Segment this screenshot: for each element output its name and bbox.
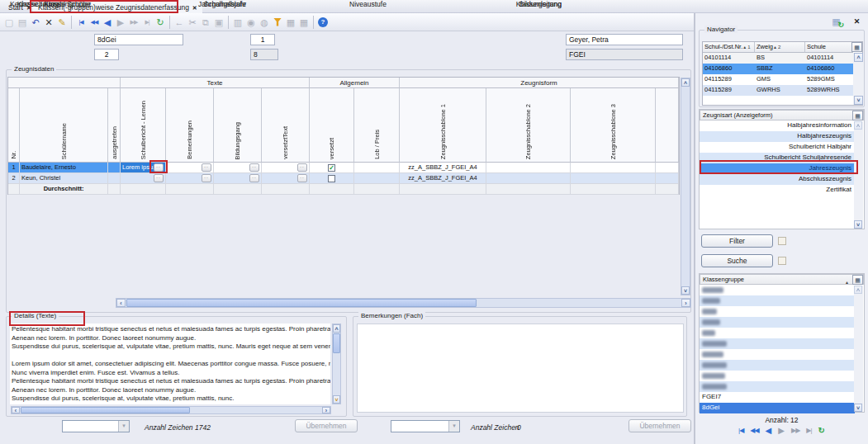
filter-checkbox[interactable] <box>778 237 786 245</box>
grid-column-header[interactable]: Schulbericht - Lernen <box>121 88 166 163</box>
refresh-icon[interactable]: ↻ <box>818 426 825 436</box>
lamp-icon[interactable]: ◍ <box>258 16 271 29</box>
grid-cell[interactable] <box>354 163 400 173</box>
versetzt-checkbox[interactable] <box>328 164 335 172</box>
grid-cell[interactable] <box>310 173 354 184</box>
grid-column-header[interactable]: Bildungsgang <box>214 88 262 163</box>
grid-column-header[interactable]: Zeugnisschablone 1 <box>400 88 486 163</box>
delete-icon[interactable]: ✕ <box>42 16 55 29</box>
scroll-up-icon[interactable] <box>854 286 862 294</box>
scroll-down-icon[interactable] <box>333 395 340 404</box>
paste-icon[interactable]: ▣ <box>212 16 225 29</box>
ellipsis-button[interactable] <box>154 163 164 172</box>
scroll-up-icon[interactable] <box>681 78 690 87</box>
scroll-down-icon[interactable] <box>854 404 862 412</box>
kennzeichnung-select[interactable] <box>62 420 130 432</box>
zeugnisart-item[interactable]: Schulbericht Schuljahresende <box>700 153 855 163</box>
grid-cell[interactable] <box>108 173 121 184</box>
zeugnisart-item[interactable]: Schulbericht Halbjahr <box>700 142 855 153</box>
print-icon[interactable]: ▥ <box>231 16 244 29</box>
navigator-table[interactable]: Schul-/Dst.Nr.1Zweig2Schule04101114BS041… <box>702 41 863 106</box>
grid-cell[interactable] <box>310 163 354 173</box>
navigator-cell[interactable]: 04115289 <box>703 74 755 85</box>
column-options-icon[interactable] <box>851 42 862 52</box>
grid-cell[interactable]: zz_A_SBBZ_J_FGEI_A4 <box>400 173 486 184</box>
grid-cell[interactable]: 2 <box>8 173 20 184</box>
prev-icon[interactable]: ◀ <box>101 16 114 29</box>
filter-button[interactable]: Filter <box>701 234 773 248</box>
grid-column-header[interactable]: Zeugnisschablone 3 <box>571 88 656 163</box>
cut-icon[interactable]: ✂ <box>186 16 199 29</box>
ellipsis-button[interactable] <box>249 163 259 172</box>
save-icon[interactable]: ▤ <box>16 16 29 29</box>
zeugnisart-item[interactable]: Halbjahreszeugnis <box>700 131 855 142</box>
grid-cell[interactable] <box>166 173 214 184</box>
ellipsis-button[interactable] <box>249 174 259 182</box>
klassengruppe-scrollbar[interactable] <box>854 286 863 412</box>
navigator-column-header[interactable]: Zweig2 <box>755 42 805 53</box>
grid-cell[interactable] <box>108 163 121 173</box>
navigator-column-header[interactable]: Schule <box>805 42 853 53</box>
zeugnisart-scrollbar[interactable] <box>854 121 863 229</box>
klassengruppe-item[interactable] <box>700 371 855 381</box>
klassengruppe-item[interactable] <box>700 381 855 392</box>
edit-icon[interactable]: ✎ <box>55 16 69 29</box>
next-icon[interactable]: ▶ <box>778 426 785 436</box>
klassenleitung-input[interactable]: Geyer, Petra <box>566 34 683 45</box>
scroll-down-icon[interactable] <box>681 286 690 295</box>
grid-cell[interactable] <box>571 163 656 173</box>
grid-column-header[interactable]: Nr. <box>8 88 20 163</box>
back-arrow-icon[interactable]: ← <box>173 16 186 29</box>
fast-next-icon[interactable]: ▶▶ <box>791 426 799 436</box>
bemerkungen-fach-textarea[interactable] <box>357 324 684 413</box>
navigator-cell[interactable]: GMS <box>755 74 805 85</box>
grid-cell[interactable] <box>262 173 310 184</box>
details-vscrollbar[interactable] <box>332 324 341 404</box>
scrollbar-thumb[interactable] <box>333 333 340 353</box>
scroll-up-icon[interactable] <box>854 53 863 62</box>
grid-cell[interactable] <box>121 173 166 184</box>
grid-cell[interactable] <box>486 173 571 184</box>
grid-cell[interactable] <box>354 173 400 184</box>
navigator-scrollbar[interactable] <box>853 53 864 105</box>
grid-cell[interactable] <box>262 163 310 173</box>
first-record-icon[interactable]: |◀ <box>738 426 743 436</box>
zeugnisart-item[interactable]: Jahreszeugnis <box>700 163 855 174</box>
grid-vscrollbar[interactable] <box>681 78 690 295</box>
navigator-column-header[interactable]: Schul-/Dst.Nr.1 <box>703 42 755 53</box>
grid-hscrollbar[interactable] <box>116 298 691 308</box>
klassengruppe-item[interactable] <box>700 306 855 317</box>
grid-cell[interactable] <box>656 173 679 184</box>
scroll-left-icon[interactable] <box>12 407 20 413</box>
grid-cell[interactable]: Lorem ipsu... <box>121 163 166 173</box>
navigator-cell[interactable]: 04115289 <box>703 85 755 96</box>
scroll-down-icon[interactable] <box>854 96 863 105</box>
help-icon[interactable]: ? <box>316 16 330 29</box>
klasse-input[interactable]: 8dGei <box>94 34 183 45</box>
scroll-up-icon[interactable] <box>854 121 862 130</box>
schulhalbjahr-input[interactable]: 1 <box>250 34 275 45</box>
scroll-right-icon[interactable] <box>681 299 690 307</box>
grid-column-header[interactable]: versetzt <box>310 88 354 163</box>
details-hscrollbar[interactable] <box>11 406 331 414</box>
navigator-cell[interactable]: 5289GMS <box>805 74 853 85</box>
grid-column-header[interactable]: Bemerkungen <box>166 88 214 163</box>
column-options-icon[interactable] <box>852 275 863 285</box>
zeugnisart-item[interactable]: Zertifikat <box>700 185 855 196</box>
ellipsis-button[interactable] <box>202 174 211 182</box>
ellipsis-button[interactable] <box>297 163 307 172</box>
undo-icon[interactable]: ↶ <box>29 16 42 29</box>
first-record-icon[interactable]: |◀ <box>74 16 88 29</box>
grid-column-header[interactable]: versetztText <box>262 88 310 163</box>
scroll-left-icon[interactable] <box>116 299 126 307</box>
anzahl-schueler-input[interactable]: 2 <box>94 49 119 60</box>
next-icon[interactable]: ▶ <box>114 16 127 29</box>
copy-icon[interactable]: ⧉ <box>199 16 212 29</box>
navigator-cell[interactable]: 5289WRHS <box>805 85 853 96</box>
grid-column-header[interactable]: Lob / Preis <box>354 88 400 163</box>
scrollbar-thumb[interactable] <box>126 299 477 307</box>
refresh-data-icon[interactable]: ▦ <box>830 16 842 27</box>
zeugnisart-item[interactable]: Halbjahresinformation <box>700 120 855 131</box>
klassengruppe-item[interactable] <box>700 317 855 328</box>
grid-column-header[interactable]: ausgetreten <box>108 88 121 163</box>
